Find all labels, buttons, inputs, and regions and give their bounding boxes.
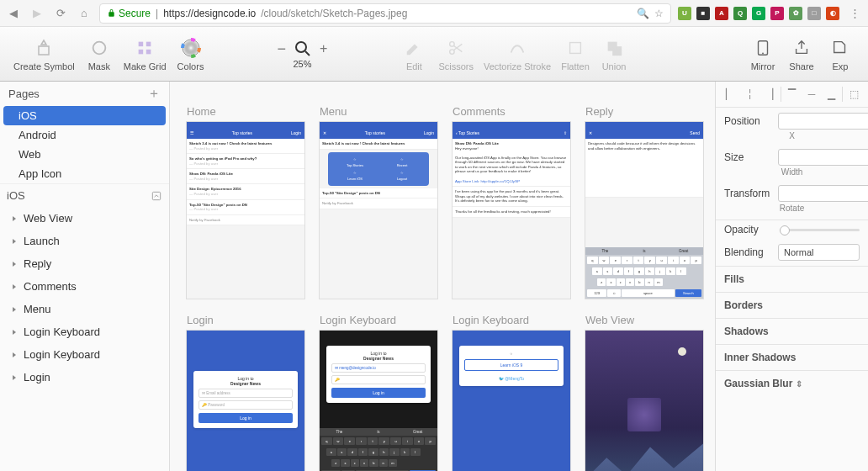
extension-icon[interactable]: U [678,7,691,20]
opacity-label: Opacity [724,224,773,236]
colors-icon [180,37,202,59]
edit-tool[interactable]: Edit [394,37,433,71]
artboard-item[interactable]: Web View [0,207,169,230]
align-hcenter-icon[interactable]: ╎ [741,87,760,102]
artboard-item[interactable]: Login Keyboard [0,343,169,366]
menu-icon[interactable]: ⋮ [846,5,863,22]
blending-select[interactable]: Normal [778,244,860,261]
artboard-label: Menu [320,105,437,119]
union-tool[interactable]: Union [595,37,633,71]
inspector-panel: ▏ ╎ ▕ ▔ ─ ▁ ⬚ Position X Size🔒 Width Tra… [715,82,868,471]
align-left-icon[interactable]: ▏ [721,87,739,102]
flatten-tool[interactable]: Flatten [556,37,595,71]
artboard-label: Home [187,105,304,119]
extension-icon[interactable]: ◐ [826,7,839,20]
chevron-updown-icon: ⇕ [796,379,802,389]
extension-icon[interactable]: Q [733,7,747,20]
zoom-icon[interactable] [293,39,313,59]
layer-group-header[interactable]: iOS [0,183,169,207]
secure-badge: Secure [107,8,151,19]
artboard-item[interactable]: Login Keyboard [0,320,169,343]
artboard-item[interactable]: Comments [0,275,169,298]
artboard-cell[interactable]: LoginLog in toDesigner News✉ Email addre… [187,314,304,471]
rotate-field[interactable] [778,185,868,202]
distribute-icon[interactable]: ⬚ [844,87,863,102]
vectorize-stroke-tool[interactable]: Vectorize Stroke [479,37,556,71]
svg-line-11 [305,51,310,56]
gaussian-blur-section[interactable]: Gaussian Blur ⇕ [716,370,868,396]
align-right-icon[interactable]: ▕ [760,87,779,102]
svg-point-5 [183,40,199,56]
browser-bar: ◀ ▶ ⟳ ⌂ Secure | https://designcode.io/c… [0,0,868,27]
share-tool[interactable]: Share [782,37,821,71]
svg-rect-19 [152,192,160,199]
extension-icon[interactable]: G [752,7,765,20]
align-vcenter-icon[interactable]: ─ [802,87,821,102]
svg-point-18 [762,52,764,54]
opacity-slider[interactable] [780,229,860,231]
zoom-level: 25% [293,59,311,69]
app-toolbar: Create SymbolMaskMake GridColors − + 25%… [0,27,868,82]
canvas[interactable]: Home☰Top storiesLoginSketch 3.4 is out n… [170,82,715,471]
address-bar[interactable]: Secure | https://designcode.io/cloud/ske… [99,3,671,24]
size-width-field[interactable] [778,149,868,166]
forward-button[interactable]: ▶ [29,5,45,22]
mask-tool[interactable]: Mask [80,37,119,71]
artboard-cell[interactable]: Login KeyboardLog in toDesigner News✉ me… [320,314,437,471]
artboard-label: Login Keyboard [320,314,437,327]
layer-group-label: iOS [7,189,25,202]
inner-shadows-section[interactable]: Inner Shadows [716,344,868,370]
exp-icon [829,37,851,59]
artboard-cell[interactable]: Menu✕Top storiesLoginSketch 3.4 is out n… [320,105,437,299]
chevron-right-icon [10,373,19,382]
extension-icon[interactable]: P [770,7,784,20]
page-item[interactable]: App Icon [0,164,169,183]
colors-tool[interactable]: Colors [172,37,210,71]
zoom-in-button[interactable]: + [320,41,327,56]
flatten-icon [564,37,586,59]
extension-icon[interactable]: A [715,7,728,20]
mirror-tool[interactable]: Mirror [744,37,782,71]
page-item[interactable]: Web [0,145,169,164]
scissors-tool[interactable]: Scissors [433,37,479,71]
vectorize-stroke-icon [506,37,528,59]
make-grid-tool[interactable]: Make Grid [119,37,172,71]
fills-section[interactable]: Fills [716,266,868,292]
add-page-button[interactable]: ＋ [147,85,161,103]
align-bottom-icon[interactable]: ▁ [823,87,841,102]
artboard-item[interactable]: Launch [0,230,169,252]
create-symbol-tool[interactable]: Create Symbol [8,37,80,71]
exp-tool[interactable]: Exp [821,37,860,71]
artboard-cell[interactable]: Reply✕SendDesigners should code because … [585,105,703,299]
artboard-cell[interactable]: Home☰Top storiesLoginSketch 3.4 is out n… [187,105,304,299]
borders-section[interactable]: Borders [716,292,868,318]
artboard-item[interactable]: Login [0,366,169,389]
chevron-right-icon [10,351,19,359]
artboard-item[interactable]: Menu [0,298,169,320]
position-x-field[interactable] [778,113,868,130]
page-item[interactable]: iOS [3,106,166,125]
collapse-icon[interactable] [151,190,162,202]
extension-icon[interactable]: □ [807,7,821,20]
artboard-cell[interactable]: Web View [585,314,703,471]
zoom-out-button[interactable]: − [278,40,287,58]
share-icon [791,37,812,59]
star-icon[interactable]: ☆ [654,8,664,19]
chevron-right-icon [10,283,19,291]
pages-header: Pages ＋ [0,82,169,106]
layers-panel: Pages ＋ iOSAndroidWebApp Icon iOS Web Vi… [0,82,170,471]
chevron-right-icon [10,260,19,268]
zoom-icon[interactable]: 🔍 [637,8,649,19]
artboard-cell[interactable]: Comments‹ Top Stories⇪Show DN: Panda iOS… [453,105,570,299]
reload-button[interactable]: ⟳ [52,5,69,22]
edit-icon [403,37,425,59]
home-button[interactable]: ⌂ [76,5,93,22]
back-button[interactable]: ◀ [5,5,22,22]
shadows-section[interactable]: Shadows [716,318,868,344]
align-top-icon[interactable]: ▔ [783,87,802,102]
artboard-item[interactable]: Reply [0,252,169,275]
artboard-cell[interactable]: Login Keyboard⬦Learn iOS 9🐦 @MengTo [453,314,570,471]
extension-icon[interactable]: ■ [696,7,710,20]
page-item[interactable]: Android [0,125,169,145]
extension-icon[interactable]: ✿ [789,7,802,20]
